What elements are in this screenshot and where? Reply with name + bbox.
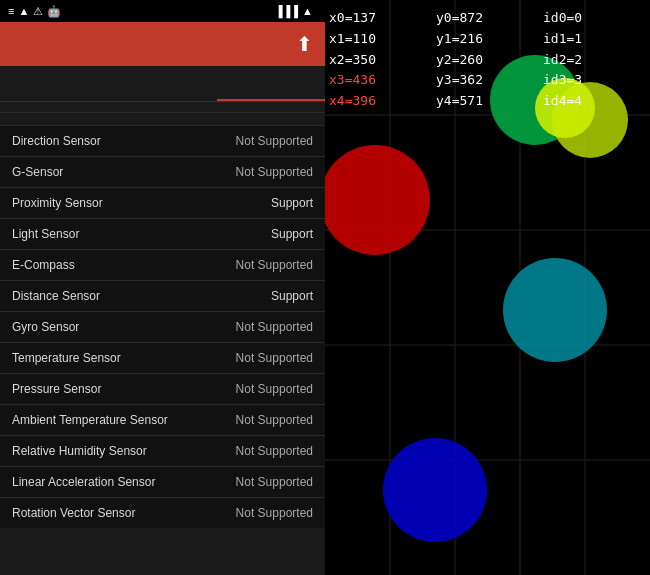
touch-x-col: x0=137x1=110x2=350x3=436x4=396 [329,8,436,112]
sensor-name: Rotation Vector Sensor [12,506,135,520]
right-panel: x0=137x1=110x2=350x3=436x4=396 y0=872y1=… [325,0,650,575]
status-right-icons: ▐▐▐ ▲ [275,5,317,17]
touch-y-value: y2=260 [436,50,543,71]
sensor-value: Not Supported [236,165,313,179]
touch-id-value: id0=0 [543,8,650,29]
sensor-value: Not Supported [236,444,313,458]
menu-icon: ≡ [8,5,14,17]
sensor-name: Linear Acceleration Sensor [12,475,155,489]
android-icon: 🤖 [47,5,61,18]
share-button[interactable]: ⬆ [296,32,313,56]
sensor-value: Not Supported [236,475,313,489]
sensor-value: Not Supported [236,506,313,520]
status-left-icons: ≡ ▲ ⚠ 🤖 [8,5,61,18]
sensor-name: Light Sensor [12,227,79,241]
sensor-name: Relative Humidity Sensor [12,444,147,458]
sensor-list: Direction SensorNot SupportedG-SensorNot… [0,125,325,528]
notification-icon: ▲ [18,5,29,17]
app-bar: ⬆ [0,22,325,66]
section-header-others [0,113,325,125]
sensor-row: Gyro SensorNot Supported [0,311,325,342]
sensor-row: Direction SensorNot Supported [0,125,325,156]
sensor-row: Light SensorSupport [0,218,325,249]
touch-x-value: x0=137 [329,8,436,29]
touch-info: x0=137x1=110x2=350x3=436x4=396 y0=872y1=… [329,8,650,112]
sensor-row: Distance SensorSupport [0,280,325,311]
sensor-value: Not Supported [236,134,313,148]
sensor-row: Temperature SensorNot Supported [0,342,325,373]
touch-circle-0 [325,145,430,255]
sensor-name: Proximity Sensor [12,196,103,210]
touch-circle-5 [383,438,487,542]
sensor-name: E-Compass [12,258,75,272]
tab-ranking[interactable] [108,66,216,101]
touch-y-value: y4=571 [436,91,543,112]
sensor-row: Relative Humidity SensorNot Supported [0,435,325,466]
sensor-row: Rotation Vector SensorNot Supported [0,497,325,528]
touch-id-value: id4=4 [543,91,650,112]
signal-icon: ▐▐▐ [275,5,298,17]
touch-x-value: x3=436 [329,70,436,91]
touch-id-col: id0=0id1=1id2=2id3=3id4=4 [543,8,650,112]
sensor-row: G-SensorNot Supported [0,156,325,187]
touch-y-value: y1=216 [436,29,543,50]
sensor-value: Not Supported [236,320,313,334]
sensor-value: Support [271,196,313,210]
sensor-name: Pressure Sensor [12,382,101,396]
sensor-row: E-CompassNot Supported [0,249,325,280]
sensor-value: Not Supported [236,382,313,396]
warning-icon: ⚠ [33,5,43,18]
sensor-value: Support [271,289,313,303]
sensor-name: Distance Sensor [12,289,100,303]
sensor-row: Ambient Temperature SensorNot Supported [0,404,325,435]
touch-y-value: y0=872 [436,8,543,29]
access-row [0,102,325,113]
sensor-value: Not Supported [236,351,313,365]
touch-x-value: x4=396 [329,91,436,112]
sensor-row: Pressure SensorNot Supported [0,373,325,404]
touch-id-value: id2=2 [543,50,650,71]
touch-id-value: id3=3 [543,70,650,91]
tab-bar [0,66,325,102]
sensor-name: Gyro Sensor [12,320,79,334]
sensor-value: Not Supported [236,258,313,272]
sensor-row: Linear Acceleration SensorNot Supported [0,466,325,497]
status-bar: ≡ ▲ ⚠ 🤖 ▐▐▐ ▲ [0,0,325,22]
tab-device-info[interactable] [217,66,325,101]
sensor-row: Proximity SensorSupport [0,187,325,218]
sensor-value: Not Supported [236,413,313,427]
list-content: Direction SensorNot SupportedG-SensorNot… [0,102,325,575]
sensor-name: Temperature Sensor [12,351,121,365]
touch-y-col: y0=872y1=216y2=260y3=362y4=571 [436,8,543,112]
touch-id-value: id1=1 [543,29,650,50]
sensor-name: Direction Sensor [12,134,101,148]
tab-test[interactable] [0,66,108,101]
touch-x-value: x1=110 [329,29,436,50]
sensor-value: Support [271,227,313,241]
touch-x-value: x2=350 [329,50,436,71]
touch-circle-4 [503,258,607,362]
left-panel: ≡ ▲ ⚠ 🤖 ▐▐▐ ▲ ⬆ Direction SensorNot Supp… [0,0,325,575]
touch-y-value: y3=362 [436,70,543,91]
sensor-name: G-Sensor [12,165,63,179]
wifi-icon: ▲ [302,5,313,17]
sensor-name: Ambient Temperature Sensor [12,413,168,427]
